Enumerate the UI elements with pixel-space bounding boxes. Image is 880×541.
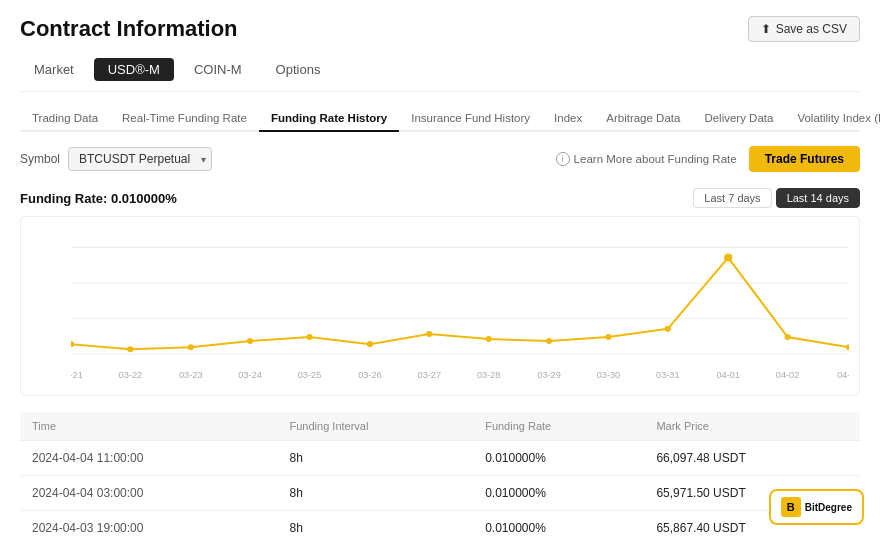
funding-rate-table: Time Funding Interval Funding Rate Mark … xyxy=(20,412,860,541)
svg-point-16 xyxy=(546,338,552,344)
tab-realtime-funding[interactable]: Real-Time Funding Rate xyxy=(110,106,259,132)
save-icon: ⬆ xyxy=(761,22,771,36)
trade-futures-button[interactable]: Trade Futures xyxy=(749,146,860,172)
table-row: 2024-04-03 19:00:00 8h 0.010000% 65,867.… xyxy=(20,511,860,542)
svg-text:03-23: 03-23 xyxy=(179,370,203,380)
svg-text:0.070000%: 0.070000% xyxy=(71,242,72,252)
svg-text:03-31: 03-31 xyxy=(656,370,680,380)
tab-delivery[interactable]: Delivery Data xyxy=(692,106,785,132)
cell-price-1: 66,097.48 USDT xyxy=(644,441,860,476)
cell-time-2: 2024-04-04 03:00:00 xyxy=(20,476,278,511)
cell-interval-1: 8h xyxy=(278,441,474,476)
tab-funding-history[interactable]: Funding Rate History xyxy=(259,106,399,132)
funding-rate-chart: 0.070000% 0.050000% 0.030000% 0.010000% xyxy=(71,227,849,390)
svg-text:03-22: 03-22 xyxy=(119,370,143,380)
learn-more-link[interactable]: i Learn More about Funding Rate xyxy=(556,152,737,166)
chart-header: Funding Rate: 0.010000% Last 7 days Last… xyxy=(20,188,860,208)
svg-text:04-02: 04-02 xyxy=(776,370,800,380)
market-tabs: Market USD®-M COIN-M Options xyxy=(20,58,860,92)
cell-interval-2: 8h xyxy=(278,476,474,511)
svg-point-21 xyxy=(846,344,849,350)
learn-more-label: Learn More about Funding Rate xyxy=(574,153,737,165)
cell-rate-2: 0.010000% xyxy=(473,476,644,511)
svg-point-13 xyxy=(367,341,373,347)
cell-rate-1: 0.010000% xyxy=(473,441,644,476)
page-header: Contract Information ⬆ Save as CSV xyxy=(20,16,860,42)
info-icon: i xyxy=(556,152,570,166)
save-csv-label: Save as CSV xyxy=(776,22,847,36)
tab-usdm[interactable]: USD®-M xyxy=(94,58,174,81)
svg-text:04-03: 04-03 xyxy=(837,370,849,380)
svg-text:03-24: 03-24 xyxy=(238,370,262,380)
symbol-label: Symbol xyxy=(20,152,60,166)
svg-text:0.010000%: 0.010000% xyxy=(71,349,72,359)
col-interval: Funding Interval xyxy=(278,412,474,441)
tab-options[interactable]: Options xyxy=(262,58,335,81)
svg-text:03-26: 03-26 xyxy=(358,370,382,380)
cell-rate-3: 0.010000% xyxy=(473,511,644,542)
svg-text:03-21: 03-21 xyxy=(71,370,83,380)
svg-point-12 xyxy=(306,334,312,340)
svg-point-15 xyxy=(486,336,492,342)
bitdegree-label: BitDegree xyxy=(805,502,852,513)
chart-area: Funding Rate: 0.010000% Last 7 days Last… xyxy=(20,188,860,396)
bitdegree-logo: B xyxy=(781,497,801,517)
svg-point-8 xyxy=(71,341,74,347)
svg-text:03-27: 03-27 xyxy=(418,370,442,380)
svg-point-10 xyxy=(188,344,194,350)
svg-text:03-28: 03-28 xyxy=(477,370,501,380)
col-price: Mark Price xyxy=(644,412,860,441)
svg-point-19 xyxy=(724,253,732,261)
table-row: 2024-04-04 03:00:00 8h 0.010000% 65,971.… xyxy=(20,476,860,511)
svg-text:0.050000%: 0.050000% xyxy=(71,278,72,288)
last-7-days-button[interactable]: Last 7 days xyxy=(693,188,771,208)
svg-point-9 xyxy=(127,346,133,352)
chart-container: 0.070000% 0.050000% 0.030000% 0.010000% xyxy=(20,216,860,396)
table-row: 2024-04-04 11:00:00 8h 0.010000% 66,097.… xyxy=(20,441,860,476)
svg-point-11 xyxy=(247,338,253,344)
symbol-select-wrap: Symbol BTCUSDT Perpetual xyxy=(20,147,212,171)
symbol-actions: i Learn More about Funding Rate Trade Fu… xyxy=(556,146,860,172)
save-csv-button[interactable]: ⬆ Save as CSV xyxy=(748,16,860,42)
tab-index[interactable]: Index xyxy=(542,106,594,132)
svg-point-20 xyxy=(785,334,791,340)
date-range-buttons: Last 7 days Last 14 days xyxy=(693,188,860,208)
tab-arbitrage[interactable]: Arbitrage Data xyxy=(594,106,692,132)
funding-rate-display: Funding Rate: 0.010000% xyxy=(20,191,177,206)
last-14-days-button[interactable]: Last 14 days xyxy=(776,188,860,208)
svg-text:03-30: 03-30 xyxy=(597,370,621,380)
col-time: Time xyxy=(20,412,278,441)
symbol-select[interactable]: BTCUSDT Perpetual xyxy=(68,147,212,171)
svg-text:0.030000%: 0.030000% xyxy=(71,314,72,324)
tab-coinm[interactable]: COIN-M xyxy=(180,58,256,81)
svg-text:03-25: 03-25 xyxy=(298,370,322,380)
cell-interval-3: 8h xyxy=(278,511,474,542)
table-header-row: Time Funding Interval Funding Rate Mark … xyxy=(20,412,860,441)
svg-point-17 xyxy=(605,334,611,340)
cell-time-1: 2024-04-04 11:00:00 xyxy=(20,441,278,476)
tab-trading-data[interactable]: Trading Data xyxy=(20,106,110,132)
page-title: Contract Information xyxy=(20,16,238,42)
svg-text:04-01: 04-01 xyxy=(716,370,740,380)
bitdegree-badge: B BitDegree xyxy=(769,489,864,525)
tab-volatility[interactable]: Volatility Index (Bvol) xyxy=(785,106,880,132)
tab-insurance-fund[interactable]: Insurance Fund History xyxy=(399,106,542,132)
col-rate: Funding Rate xyxy=(473,412,644,441)
tab-market[interactable]: Market xyxy=(20,58,88,81)
svg-point-18 xyxy=(665,326,671,332)
symbol-row: Symbol BTCUSDT Perpetual i Learn More ab… xyxy=(20,146,860,172)
symbol-select-container: BTCUSDT Perpetual xyxy=(68,147,212,171)
sub-nav: Trading Data Real-Time Funding Rate Fund… xyxy=(20,106,860,132)
cell-time-3: 2024-04-03 19:00:00 xyxy=(20,511,278,542)
svg-point-14 xyxy=(426,331,432,337)
svg-text:03-29: 03-29 xyxy=(537,370,561,380)
